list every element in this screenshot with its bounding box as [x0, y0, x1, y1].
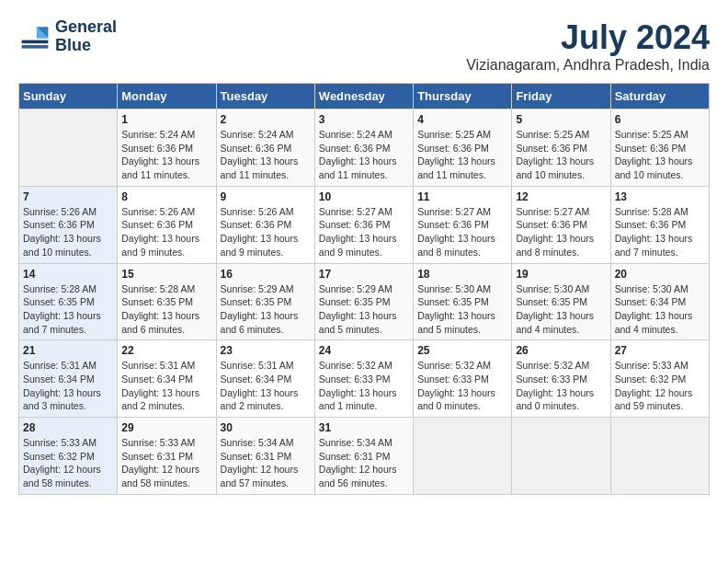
day-detail: Sunrise: 5:32 AM Sunset: 6:33 PM Dayligh… — [319, 359, 409, 413]
calendar-cell: 7Sunrise: 5:26 AM Sunset: 6:36 PM Daylig… — [19, 186, 118, 263]
title-block: July 2024 Vizianagaram, Andhra Pradesh, … — [466, 18, 710, 74]
day-number: 20 — [615, 268, 705, 281]
day-detail: Sunrise: 5:24 AM Sunset: 6:36 PM Dayligh… — [121, 128, 211, 182]
days-of-week-row: SundayMondayTuesdayWednesdayThursdayFrid… — [19, 84, 710, 109]
day-detail: Sunrise: 5:26 AM Sunset: 6:36 PM Dayligh… — [221, 205, 311, 259]
day-detail: Sunrise: 5:34 AM Sunset: 6:31 PM Dayligh… — [221, 436, 311, 490]
calendar-cell: 10Sunrise: 5:27 AM Sunset: 6:36 PM Dayli… — [314, 186, 413, 263]
calendar-week-5: 28Sunrise: 5:33 AM Sunset: 6:32 PM Dayli… — [19, 418, 710, 495]
day-detail: Sunrise: 5:24 AM Sunset: 6:36 PM Dayligh… — [319, 128, 409, 182]
svg-rect-3 — [22, 40, 49, 43]
calendar-cell: 29Sunrise: 5:33 AM Sunset: 6:31 PM Dayli… — [118, 418, 216, 495]
day-detail: Sunrise: 5:30 AM Sunset: 6:34 PM Dayligh… — [615, 282, 705, 337]
logo-line1: General — [55, 18, 117, 37]
calendar-week-4: 21Sunrise: 5:31 AM Sunset: 6:34 PM Dayli… — [19, 340, 710, 418]
logo-line2: Blue — [55, 37, 117, 55]
day-number: 24 — [319, 344, 409, 357]
calendar-cell: 6Sunrise: 5:25 AM Sunset: 6:36 PM Daylig… — [610, 109, 709, 187]
day-number: 25 — [417, 344, 507, 357]
day-detail: Sunrise: 5:26 AM Sunset: 6:36 PM Dayligh… — [23, 205, 113, 259]
day-number: 11 — [417, 190, 507, 203]
calendar-cell: 12Sunrise: 5:27 AM Sunset: 6:36 PM Dayli… — [512, 186, 610, 263]
calendar-table: SundayMondayTuesdayWednesdayThursdayFrid… — [18, 83, 710, 495]
day-number: 18 — [417, 268, 507, 281]
day-number: 27 — [615, 344, 705, 357]
day-number: 14 — [23, 268, 113, 281]
page-header: General Blue July 2024 Vizianagaram, And… — [18, 18, 710, 74]
calendar-cell: 28Sunrise: 5:33 AM Sunset: 6:32 PM Dayli… — [19, 418, 118, 495]
calendar-cell: 23Sunrise: 5:31 AM Sunset: 6:34 PM Dayli… — [216, 340, 314, 418]
calendar-cell: 9Sunrise: 5:26 AM Sunset: 6:36 PM Daylig… — [216, 186, 314, 263]
day-detail: Sunrise: 5:33 AM Sunset: 6:31 PM Dayligh… — [121, 436, 211, 490]
day-detail: Sunrise: 5:28 AM Sunset: 6:36 PM Dayligh… — [615, 205, 705, 259]
day-number: 8 — [121, 190, 211, 203]
day-number: 7 — [23, 190, 113, 203]
day-detail: Sunrise: 5:25 AM Sunset: 6:36 PM Dayligh… — [417, 128, 507, 182]
day-number: 29 — [121, 421, 211, 434]
day-number: 2 — [221, 113, 311, 126]
day-header-saturday: Saturday — [610, 84, 709, 109]
calendar-cell: 15Sunrise: 5:28 AM Sunset: 6:35 PM Dayli… — [118, 263, 216, 340]
calendar-header: SundayMondayTuesdayWednesdayThursdayFrid… — [19, 84, 710, 109]
day-number: 1 — [121, 113, 211, 126]
day-number: 15 — [121, 268, 211, 281]
logo-icon — [18, 20, 51, 53]
calendar-week-2: 7Sunrise: 5:26 AM Sunset: 6:36 PM Daylig… — [19, 186, 710, 263]
calendar-cell: 17Sunrise: 5:29 AM Sunset: 6:35 PM Dayli… — [314, 263, 413, 340]
day-number: 12 — [516, 190, 606, 203]
day-detail: Sunrise: 5:33 AM Sunset: 6:32 PM Dayligh… — [615, 359, 705, 413]
calendar-week-3: 14Sunrise: 5:28 AM Sunset: 6:35 PM Dayli… — [19, 263, 710, 340]
calendar-cell: 25Sunrise: 5:32 AM Sunset: 6:33 PM Dayli… — [414, 340, 512, 418]
day-detail: Sunrise: 5:29 AM Sunset: 6:35 PM Dayligh… — [319, 282, 409, 337]
day-number: 30 — [221, 421, 311, 434]
location: Vizianagaram, Andhra Pradesh, India — [466, 57, 710, 74]
month-year: July 2024 — [466, 18, 710, 57]
logo: General Blue — [18, 18, 117, 55]
calendar-cell — [19, 109, 118, 187]
calendar-cell: 18Sunrise: 5:30 AM Sunset: 6:35 PM Dayli… — [414, 263, 512, 340]
svg-rect-4 — [22, 45, 49, 49]
day-detail: Sunrise: 5:28 AM Sunset: 6:35 PM Dayligh… — [121, 282, 211, 337]
day-number: 23 — [221, 344, 311, 357]
calendar-cell — [610, 418, 709, 495]
calendar-cell: 14Sunrise: 5:28 AM Sunset: 6:35 PM Dayli… — [19, 263, 118, 340]
day-number: 21 — [23, 344, 113, 357]
day-detail: Sunrise: 5:30 AM Sunset: 6:35 PM Dayligh… — [516, 282, 606, 337]
day-detail: Sunrise: 5:30 AM Sunset: 6:35 PM Dayligh… — [417, 282, 507, 337]
calendar-cell — [414, 418, 512, 495]
calendar-cell: 21Sunrise: 5:31 AM Sunset: 6:34 PM Dayli… — [19, 340, 118, 418]
day-header-tuesday: Tuesday — [216, 84, 314, 109]
calendar-week-1: 1Sunrise: 5:24 AM Sunset: 6:36 PM Daylig… — [19, 109, 710, 187]
day-detail: Sunrise: 5:25 AM Sunset: 6:36 PM Dayligh… — [615, 128, 705, 182]
day-detail: Sunrise: 5:27 AM Sunset: 6:36 PM Dayligh… — [516, 205, 606, 259]
calendar-body: 1Sunrise: 5:24 AM Sunset: 6:36 PM Daylig… — [19, 109, 710, 495]
day-header-sunday: Sunday — [19, 84, 118, 109]
day-detail: Sunrise: 5:31 AM Sunset: 6:34 PM Dayligh… — [221, 359, 311, 413]
day-detail: Sunrise: 5:32 AM Sunset: 6:33 PM Dayligh… — [417, 359, 507, 413]
calendar-cell: 13Sunrise: 5:28 AM Sunset: 6:36 PM Dayli… — [610, 186, 709, 263]
calendar-cell: 24Sunrise: 5:32 AM Sunset: 6:33 PM Dayli… — [314, 340, 413, 418]
day-detail: Sunrise: 5:27 AM Sunset: 6:36 PM Dayligh… — [319, 205, 409, 259]
day-number: 16 — [221, 268, 311, 281]
calendar-cell: 22Sunrise: 5:31 AM Sunset: 6:34 PM Dayli… — [118, 340, 216, 418]
day-detail: Sunrise: 5:26 AM Sunset: 6:36 PM Dayligh… — [121, 205, 211, 259]
day-number: 5 — [516, 113, 606, 126]
day-number: 26 — [516, 344, 606, 357]
calendar-cell: 5Sunrise: 5:25 AM Sunset: 6:36 PM Daylig… — [512, 109, 610, 187]
calendar-cell: 31Sunrise: 5:34 AM Sunset: 6:31 PM Dayli… — [314, 418, 413, 495]
calendar-cell: 27Sunrise: 5:33 AM Sunset: 6:32 PM Dayli… — [610, 340, 709, 418]
day-number: 28 — [23, 421, 113, 434]
day-number: 22 — [121, 344, 211, 357]
calendar-cell — [512, 418, 610, 495]
calendar-cell: 3Sunrise: 5:24 AM Sunset: 6:36 PM Daylig… — [314, 109, 413, 187]
calendar-cell: 4Sunrise: 5:25 AM Sunset: 6:36 PM Daylig… — [414, 109, 512, 187]
day-number: 3 — [319, 113, 409, 126]
day-header-friday: Friday — [512, 84, 610, 109]
day-number: 17 — [319, 268, 409, 281]
day-detail: Sunrise: 5:33 AM Sunset: 6:32 PM Dayligh… — [23, 436, 113, 490]
day-detail: Sunrise: 5:32 AM Sunset: 6:33 PM Dayligh… — [516, 359, 606, 413]
day-number: 13 — [615, 190, 705, 203]
day-detail: Sunrise: 5:31 AM Sunset: 6:34 PM Dayligh… — [23, 359, 113, 413]
calendar-cell: 11Sunrise: 5:27 AM Sunset: 6:36 PM Dayli… — [414, 186, 512, 263]
calendar-cell: 30Sunrise: 5:34 AM Sunset: 6:31 PM Dayli… — [216, 418, 314, 495]
